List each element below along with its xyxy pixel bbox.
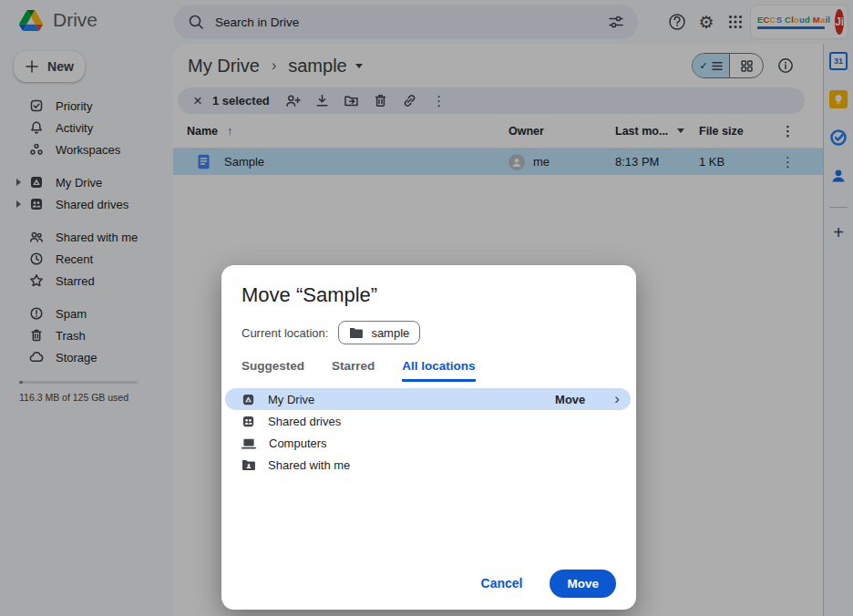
- chevron-right-icon[interactable]: ›: [614, 391, 620, 406]
- my-drive-icon: [242, 393, 255, 406]
- current-location-chip[interactable]: sample: [338, 321, 420, 344]
- move-here-button[interactable]: Move: [555, 393, 585, 406]
- cancel-button[interactable]: Cancel: [481, 576, 523, 590]
- dialog-tabs: Suggested Starred All locations: [242, 359, 616, 382]
- tab-starred[interactable]: Starred: [332, 359, 375, 382]
- current-location-label: Current location:: [242, 326, 328, 340]
- location-row-shared-drives[interactable]: Shared drives: [225, 410, 631, 432]
- location-row-computers[interactable]: Computers: [225, 432, 631, 454]
- current-location-name: sample: [371, 326, 409, 340]
- dialog-title: Move “Sample”: [242, 283, 616, 307]
- tab-suggested[interactable]: Suggested: [242, 359, 304, 382]
- move-button[interactable]: Move: [550, 570, 616, 598]
- computers-icon: [242, 436, 256, 450]
- location-row-shared-with-me[interactable]: Shared with me: [225, 454, 631, 476]
- shared-folder-icon: [242, 459, 255, 471]
- location-list: My Drive Move › Shared drives Computers …: [225, 388, 631, 476]
- folder-icon: [349, 327, 363, 339]
- move-dialog: Move “Sample” Current location: sample S…: [221, 265, 636, 610]
- shared-drives-icon: [242, 415, 255, 428]
- location-row-my-drive[interactable]: My Drive Move ›: [225, 388, 631, 410]
- tab-all-locations[interactable]: All locations: [402, 359, 475, 382]
